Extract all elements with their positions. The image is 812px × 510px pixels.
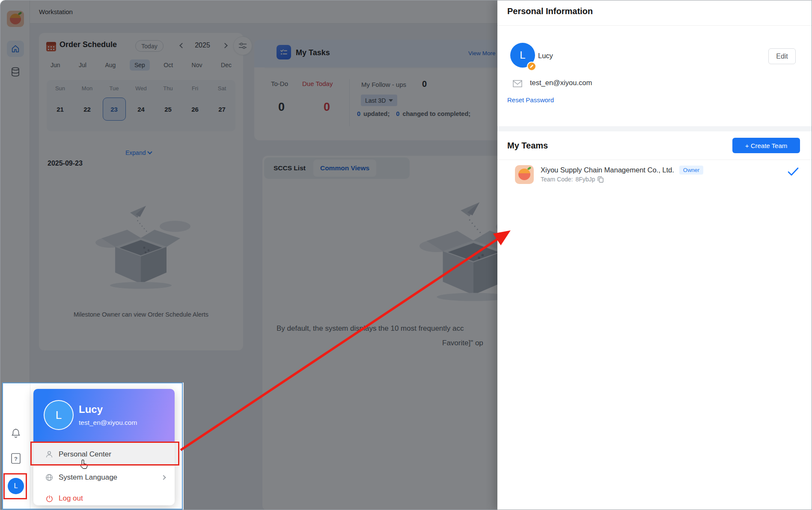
svg-text:?: ? bbox=[14, 456, 18, 462]
panel-title: Personal Information bbox=[507, 6, 593, 16]
edit-button[interactable]: Edit bbox=[768, 48, 796, 64]
team-code-label: Team Code: bbox=[541, 176, 573, 183]
user-menu-header: L Lucy test_en@xiyou.com bbox=[33, 389, 175, 443]
help-icon[interactable]: ? bbox=[11, 453, 21, 464]
reset-password-link[interactable]: Reset Password bbox=[507, 96, 554, 104]
screen: Workstation Order Schedule Today 2025 Ju… bbox=[0, 0, 812, 510]
divider bbox=[497, 25, 812, 26]
bell-icon[interactable] bbox=[10, 427, 21, 439]
personal-information-panel: Personal Information L Lucy Edit test_en… bbox=[497, 0, 812, 510]
annotation-rect-avatar bbox=[3, 473, 27, 499]
team-code-row: Team Code: 8FybJp bbox=[541, 176, 604, 183]
menu-item-logout[interactable]: Log out bbox=[33, 489, 175, 508]
team-name: Xiyou Supply Chain Management Co., Ltd. bbox=[541, 166, 674, 174]
team-logo bbox=[515, 165, 534, 184]
globe-icon bbox=[45, 474, 54, 481]
chevron-right-icon bbox=[161, 475, 166, 480]
dim-overlay bbox=[184, 382, 497, 510]
section-separator bbox=[497, 126, 812, 131]
owner-badge: Owner bbox=[679, 166, 703, 175]
power-icon bbox=[45, 495, 54, 502]
dim-overlay bbox=[0, 0, 497, 382]
user-email: test_en@xiyou.com bbox=[530, 79, 592, 87]
user-name: Lucy bbox=[79, 403, 103, 415]
pencil-badge-icon bbox=[527, 62, 536, 71]
copy-icon[interactable] bbox=[598, 176, 604, 183]
create-team-button[interactable]: + Create Team bbox=[732, 138, 800, 153]
user-name: Lucy bbox=[538, 52, 553, 60]
user-email: test_en@xiyou.com bbox=[79, 419, 137, 427]
mail-icon bbox=[513, 80, 522, 87]
divider bbox=[497, 160, 812, 160]
team-row[interactable]: Xiyou Supply Chain Management Co., Ltd. … bbox=[541, 164, 703, 175]
selected-team-check-icon bbox=[788, 167, 799, 176]
team-code-value: 8FybJp bbox=[575, 176, 595, 183]
avatar: L bbox=[44, 400, 74, 430]
menu-item-system-language[interactable]: System Language bbox=[33, 466, 175, 489]
annotation-rect-personal-center bbox=[30, 442, 179, 466]
my-teams-title: My Teams bbox=[507, 141, 548, 151]
